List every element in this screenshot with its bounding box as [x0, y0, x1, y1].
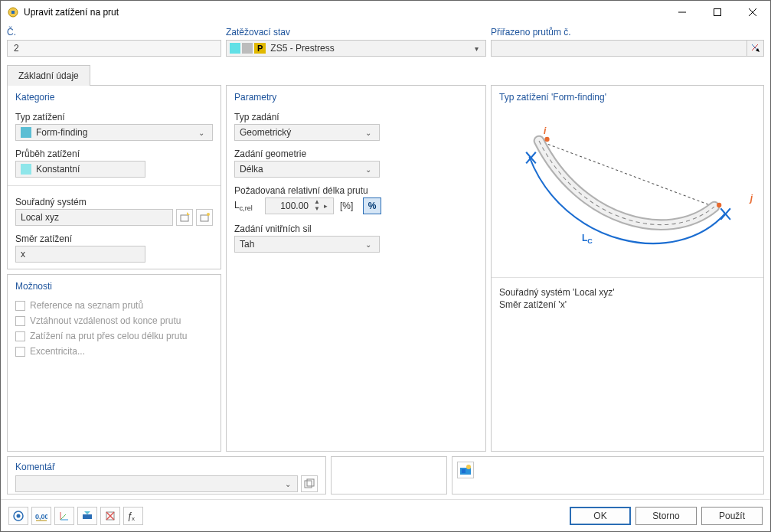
close-button[interactable]: [735, 1, 770, 24]
chevron-down-icon: ▾: [470, 44, 482, 53]
opt-eccentricity[interactable]: Excentricita...: [15, 346, 213, 357]
opt-reference-list[interactable]: Reference na seznam prutů: [15, 300, 213, 311]
coord-select[interactable]: Local xyz: [15, 209, 173, 226]
svg-rect-1: [11, 11, 15, 14]
load-type-select[interactable]: Form-finding ⌄: [15, 124, 213, 141]
loadcase-text: ZS5 - Prestress: [270, 43, 470, 54]
form-finding-icon: [21, 127, 31, 138]
assigned-label: Přiřazeno prutům č.: [491, 27, 764, 38]
geometry-def-select[interactable]: Délka ⌄: [234, 161, 380, 178]
new-coord-button[interactable]: [176, 209, 193, 226]
svg-rect-11: [201, 215, 208, 221]
svg-rect-24: [462, 469, 466, 473]
preview-title: Typ zatížení 'Form-finding': [499, 92, 756, 103]
chevron-down-icon: ⌄: [195, 129, 207, 137]
load-dir-select[interactable]: x: [15, 246, 145, 263]
options-title: Možnosti: [15, 281, 213, 292]
svg-rect-20: [305, 481, 312, 488]
comment-library-button[interactable]: [301, 475, 318, 492]
titlebar: Upravit zatížení na prut: [1, 1, 770, 24]
footer: 0,00 ƒx OK Storno Použít: [1, 499, 770, 531]
svg-marker-33: [84, 511, 90, 514]
chevron-down-icon: ⌄: [282, 480, 294, 488]
info-coord: Souřadný systém 'Local xyz': [499, 287, 756, 298]
percent-toggle-button[interactable]: %: [363, 197, 381, 214]
lcrel-symbol: Lc,rel: [234, 200, 260, 212]
bottom-row: Komentář ⌄: [1, 456, 770, 499]
svg-point-19: [717, 203, 721, 207]
assigned-input-group: [491, 40, 764, 57]
lc-label: LC: [582, 233, 593, 245]
loadcase-badge: P: [254, 43, 266, 54]
load-dist-label: Průběh zatížení: [15, 149, 213, 159]
tab-basic-data[interactable]: Základní údaje: [7, 65, 90, 86]
marker-i: i: [544, 126, 546, 136]
lcrel-input[interactable]: 100.00 ▲▼ ▸: [265, 197, 334, 214]
content-area: Kategorie Typ zatížení Form-finding ⌄ Pr…: [1, 85, 770, 456]
help-button[interactable]: [8, 507, 28, 525]
opt-distance-from-end[interactable]: Vztáhnout vzdálenost od konce prutu: [15, 315, 213, 326]
comment-panel: Komentář ⌄: [7, 456, 326, 494]
loadcase-color-icon: [230, 43, 240, 54]
display-settings-button[interactable]: [77, 507, 97, 525]
svg-rect-21: [307, 479, 314, 486]
definition-type-select[interactable]: Geometrický ⌄: [234, 124, 380, 141]
geometry-def-label: Zadání geometrie: [234, 149, 478, 159]
target-length-label: Požadovaná relativní délka prutu: [234, 185, 478, 196]
marker-j: j: [750, 193, 753, 204]
expand-icon: ▸: [324, 202, 332, 210]
chevron-down-icon: ⌄: [362, 165, 374, 174]
comment-select[interactable]: ⌄: [15, 475, 298, 492]
load-dir-label: Směr zatížení: [15, 233, 213, 244]
svg-point-18: [544, 137, 549, 142]
constant-icon: [21, 164, 31, 175]
opt-over-full-length[interactable]: Zatížení na prut přes celou délku prutu: [15, 331, 213, 341]
internal-forces-select[interactable]: Tah ⌄: [234, 236, 380, 253]
cancel-button[interactable]: Storno: [635, 507, 697, 525]
minimize-button[interactable]: [665, 1, 700, 24]
delete-button[interactable]: [100, 507, 120, 525]
no-label: Č.: [7, 27, 221, 38]
chevron-down-icon: ⌄: [362, 129, 374, 137]
internal-forces-label: Zadání vnitřních sil: [234, 224, 478, 234]
svg-marker-10: [187, 212, 190, 215]
svg-point-26: [17, 514, 21, 517]
definition-type-label: Typ zadání: [234, 112, 478, 122]
pick-members-button[interactable]: [746, 41, 763, 56]
options-panel: Možnosti Reference na seznam prutů Vztáh…: [7, 274, 221, 452]
svg-rect-9: [181, 215, 188, 221]
view-settings-button[interactable]: [457, 462, 474, 478]
ok-button[interactable]: OK: [570, 507, 631, 525]
category-panel: Kategorie Typ zatížení Form-finding ⌄ Pr…: [7, 85, 221, 269]
loadcase-label: Zatěžovací stav: [226, 27, 486, 38]
dialog-window: Upravit zatížení na prut Č. Zatěžovací s…: [0, 0, 771, 532]
coord-label: Souřadný systém: [15, 197, 213, 207]
app-icon: [7, 6, 19, 18]
window-title: Upravit zatížení na prut: [24, 7, 665, 18]
comment-title: Komentář: [15, 462, 318, 472]
svg-text:x: x: [132, 515, 135, 522]
coord-library-button[interactable]: [196, 209, 213, 226]
category-title: Kategorie: [15, 92, 213, 103]
svg-rect-32: [83, 514, 92, 519]
maximize-button[interactable]: [700, 1, 735, 24]
loadcase-select[interactable]: P ZS5 - Prestress ▾: [226, 40, 486, 57]
aux-panel-1: [331, 456, 447, 494]
spinner-icon: ▲▼: [312, 199, 322, 213]
info-dir: Směr zatížení 'x': [499, 299, 756, 310]
aux-panel-2: [452, 456, 765, 494]
load-dist-select[interactable]: Konstantní: [15, 161, 145, 178]
header-row: Č. Zatěžovací stav P ZS5 - Prestress ▾ P…: [1, 24, 770, 61]
units-button[interactable]: 0,00: [31, 507, 51, 525]
apply-button[interactable]: Použít: [701, 507, 763, 525]
svg-point-23: [466, 465, 471, 469]
no-input[interactable]: [7, 40, 221, 57]
function-button[interactable]: ƒx: [123, 507, 143, 525]
parameters-panel: Parametry Typ zadání Geometrický ⌄ Zadán…: [226, 85, 486, 452]
svg-point-12: [207, 213, 210, 216]
svg-line-31: [60, 514, 66, 520]
coord-settings-button[interactable]: [54, 507, 74, 525]
assigned-input[interactable]: [492, 41, 746, 56]
chevron-down-icon: ⌄: [362, 240, 374, 249]
lcrel-unit: [%]: [340, 201, 358, 211]
